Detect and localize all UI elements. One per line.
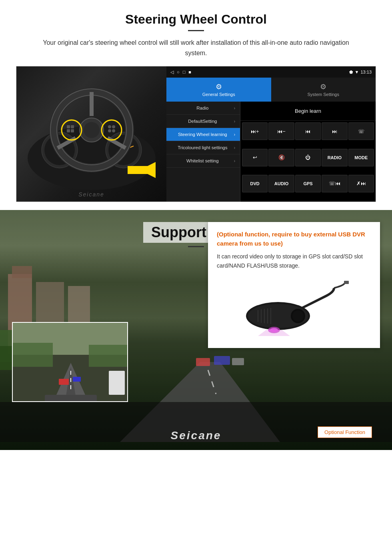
wl-chevron: › — [234, 159, 235, 163]
svg-point-24 — [112, 129, 115, 132]
svg-point-22 — [112, 125, 115, 128]
watermark-left: Seicane — [78, 191, 104, 198]
status-right-icons: ⬟ ▼ 13:13 — [349, 70, 372, 75]
default-label: DefaultSetting — [171, 119, 234, 124]
ctrl-btn-dvd[interactable]: DVD — [242, 175, 268, 192]
optional-function-badge: Optional Function — [318, 426, 372, 438]
svg-rect-38 — [232, 358, 244, 365]
tab-general-settings[interactable]: ⚙ General Settings — [166, 78, 271, 102]
seicane-watermark: Seicane — [171, 429, 222, 442]
steering-wheel-label: Steering Wheel learning — [171, 132, 234, 137]
radio-chevron: › — [234, 106, 235, 110]
ctrl-btn-power[interactable]: ⏻ — [295, 149, 321, 166]
settings-list: Radio › DefaultSetting › Steering Wheel … — [166, 102, 240, 202]
svg-rect-18 — [71, 125, 74, 128]
ctrl-btn-back[interactable]: ↩ — [242, 149, 268, 166]
ctrl-btn-gps[interactable]: GPS — [295, 175, 321, 192]
clock: 13:13 — [360, 70, 372, 74]
settings-radio[interactable]: Radio › — [166, 102, 240, 115]
ctrl-btn-mute[interactable]: 🔇 — [268, 149, 294, 166]
dvr-title-divider — [188, 246, 204, 247]
svg-point-21 — [108, 125, 111, 128]
tab-general-label: General Settings — [202, 92, 235, 97]
svg-rect-49 — [45, 395, 97, 402]
settings-whitelist[interactable]: Whitelist setting › — [166, 154, 240, 168]
svg-point-61 — [292, 310, 304, 322]
dvr-info-card: (Optional function, require to buy exter… — [208, 222, 380, 348]
ctrl-btn-audio[interactable]: AUDIO — [268, 175, 294, 192]
ctrl-btn-phone[interactable]: ☏ — [348, 122, 374, 140]
begin-learn-button[interactable]: Begin learn — [287, 105, 329, 117]
steering-subtitle: Your original car's steering wheel contr… — [32, 38, 360, 58]
thumbnail-road-svg — [13, 323, 128, 402]
android-content: Radio › DefaultSetting › Steering Wheel … — [166, 102, 376, 202]
tricoloured-label: Tricoloured light settings — [171, 145, 234, 150]
ui-screenshot: Seicane ◁ ○ □ ■ ⬟ ▼ 13:13 — [16, 66, 376, 202]
dvr-optional-text: (Optional function, require to buy exter… — [217, 230, 371, 248]
dvr-section: Support DVR — [0, 210, 392, 450]
tab-system-settings[interactable]: ⚙ System Settings — [271, 78, 376, 102]
svg-point-14 — [84, 122, 100, 138]
default-chevron: › — [234, 119, 235, 124]
back-icon[interactable]: ◁ — [170, 70, 174, 75]
svg-rect-51 — [344, 281, 349, 284]
dvr-camera-svg — [238, 280, 350, 336]
dvr-description: It can record video only to storage in G… — [217, 252, 371, 270]
svg-rect-47 — [13, 343, 53, 367]
steering-wheel-graphic — [28, 78, 156, 190]
svg-rect-37 — [214, 356, 230, 365]
svg-rect-45 — [59, 379, 69, 385]
status-bar: ◁ ○ □ ■ ⬟ ▼ 13:13 — [166, 66, 376, 78]
ctrl-btn-next[interactable]: ⏭ — [322, 122, 347, 140]
ctrl-btn-call-prev[interactable]: ☏⏮ — [322, 175, 347, 192]
svg-rect-17 — [67, 125, 70, 128]
settings-default[interactable]: DefaultSetting › — [166, 115, 240, 128]
top-menu: ⚙ General Settings ⚙ System Settings — [166, 78, 376, 102]
svg-rect-50 — [109, 371, 125, 395]
control-buttons-grid: ⏭+ ⏮− ⏮ ⏭ ☏ ↩ 🔇 ⏻ RADIO MODE DVD AUDIO — [240, 121, 376, 202]
system-icon: ⚙ — [320, 82, 326, 91]
signal-icon: ⬟ — [349, 70, 353, 75]
radio-label: Radio — [171, 106, 234, 110]
settings-steering-wheel[interactable]: Steering Wheel learning › — [166, 128, 240, 141]
sw-chevron: › — [234, 132, 235, 137]
road-thumbnail — [12, 322, 128, 402]
home-icon[interactable]: ○ — [177, 70, 180, 74]
app-icon: ■ — [188, 70, 191, 74]
settings-tricoloured[interactable]: Tricoloured light settings › — [166, 141, 240, 154]
ctrl-btn-call-next[interactable]: ✗⏭ — [348, 175, 374, 192]
control-panel: Begin learn ⏭+ ⏮− ⏮ ⏭ ☏ ↩ 🔇 ⏻ RA — [240, 102, 376, 202]
svg-marker-64 — [258, 330, 290, 336]
tri-chevron: › — [234, 146, 235, 150]
svg-rect-20 — [71, 129, 74, 132]
title-divider — [188, 30, 204, 31]
svg-rect-46 — [73, 377, 81, 382]
steering-title: Steering Wheel Control — [16, 12, 376, 27]
begin-learn-row: Begin learn — [240, 102, 376, 121]
recent-icon[interactable]: □ — [183, 70, 186, 74]
svg-point-23 — [108, 129, 111, 132]
steering-section: Steering Wheel Control Your original car… — [0, 0, 392, 210]
ctrl-btn-prev[interactable]: ⏮ — [295, 122, 321, 140]
svg-rect-29 — [12, 266, 32, 278]
svg-rect-19 — [67, 129, 70, 132]
dvr-background: Support DVR — [0, 210, 392, 450]
settings-gear-icon: ⚙ — [216, 82, 222, 91]
ctrl-btn-vol-down[interactable]: ⏮− — [268, 122, 294, 140]
whitelist-label: Whitelist setting — [171, 158, 234, 163]
tab-system-label: System Settings — [308, 92, 339, 97]
android-ui: ◁ ○ □ ■ ⬟ ▼ 13:13 ⚙ General Settings — [166, 66, 376, 202]
steering-photo: Seicane — [16, 66, 166, 202]
svg-rect-36 — [196, 358, 210, 366]
ctrl-btn-vol-up[interactable]: ⏭+ — [242, 122, 268, 140]
svg-rect-48 — [89, 345, 128, 367]
status-left-icons: ◁ ○ □ ■ — [170, 70, 191, 75]
dvr-camera-image — [217, 276, 371, 340]
wifi-icon: ▼ — [355, 70, 359, 74]
svg-rect-26 — [128, 166, 156, 174]
ctrl-btn-radio[interactable]: RADIO — [322, 149, 347, 166]
ctrl-btn-mode[interactable]: MODE — [348, 149, 374, 166]
